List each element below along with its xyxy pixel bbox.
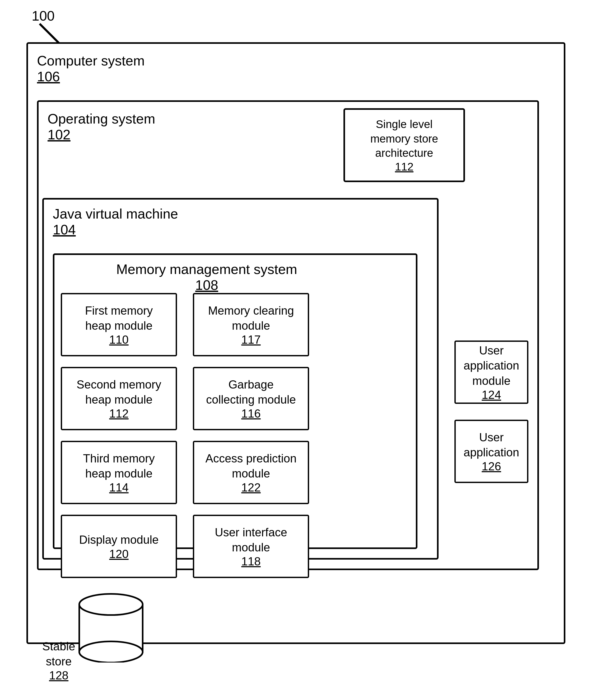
mod-112-line2: heap module	[85, 392, 152, 407]
stable-store-line2: store	[42, 654, 75, 669]
slms-line2: memory store	[371, 132, 438, 146]
user-app-126-box: User application 126	[454, 420, 528, 483]
mod-118-line1: User interface	[215, 525, 287, 540]
slms-line1: Single level	[371, 117, 438, 132]
mms-label: Memory management system 108	[116, 261, 297, 293]
jvm-ref: 104	[53, 222, 178, 238]
module-116-box: Garbage collecting module 116	[193, 367, 309, 430]
jvm-label: Java virtual machine 104	[53, 206, 178, 238]
mod-116-line2: collecting module	[206, 392, 296, 407]
stable-store-line1: Stable	[42, 639, 75, 654]
mod-116-line1: Garbage	[228, 377, 273, 392]
mod-117-ref: 117	[241, 333, 261, 346]
mod-112-line1: Second memory	[77, 377, 161, 392]
mod-114-line1: Third memory	[83, 451, 154, 466]
module-110-box: First memory heap module 110	[61, 293, 177, 356]
mod-112-ref: 112	[109, 407, 128, 420]
stable-store-label: Stable store 128	[42, 639, 75, 682]
operating-system-label: Operating system 102	[48, 111, 155, 143]
mod-118-line2: module	[232, 540, 270, 555]
computer-system-label: Computer system 106	[37, 53, 144, 84]
mod-122-line1: Access prediction	[205, 451, 297, 466]
os-ref: 102	[48, 127, 155, 143]
jvm-text: Java virtual machine	[53, 206, 178, 222]
mod-110-ref: 110	[109, 333, 128, 346]
computer-system-ref: 106	[37, 69, 144, 84]
mod-120-line1: Display module	[79, 532, 159, 547]
slms-box: Single level memory store architecture 1…	[343, 108, 465, 182]
mod-118-ref: 118	[241, 555, 261, 568]
computer-system-text: Computer system	[37, 53, 144, 69]
mms-ref: 108	[116, 277, 297, 293]
user-app-124-line1: User	[479, 343, 504, 358]
mod-110-line1: First memory	[85, 303, 153, 318]
module-117-box: Memory clearing module 117	[193, 293, 309, 356]
module-120-box: Display module 120	[61, 515, 177, 578]
svg-point-4	[79, 641, 143, 663]
module-118-box: User interface module 118	[193, 515, 309, 578]
slms-ref: 112	[371, 160, 438, 173]
mod-117-line1: Memory clearing	[208, 303, 294, 318]
user-app-124-line2: application	[464, 358, 519, 373]
module-112-box: Second memory heap module 112	[61, 367, 177, 430]
mod-114-ref: 114	[109, 481, 128, 494]
user-app-124-ref: 124	[482, 388, 501, 401]
mod-122-line2: module	[232, 466, 270, 481]
stable-store-icon	[69, 589, 153, 663]
slms-line3: architecture	[371, 146, 438, 160]
diagram-root: 100 Computer system 106 Operating system…	[0, 0, 591, 700]
os-text: Operating system	[48, 111, 155, 127]
stable-store-ref: 128	[42, 669, 75, 682]
user-app-126-line1: User	[479, 430, 504, 445]
mod-116-ref: 116	[241, 407, 261, 420]
user-app-126-line2: application	[464, 445, 519, 460]
mod-122-ref: 122	[241, 481, 261, 494]
module-122-box: Access prediction module 122	[193, 441, 309, 504]
user-app-126-ref: 126	[482, 460, 501, 473]
user-app-124-box: User application module 124	[454, 340, 528, 404]
mod-110-line2: heap module	[85, 318, 152, 333]
svg-point-3	[79, 594, 143, 615]
mod-114-line2: heap module	[85, 466, 152, 481]
module-114-box: Third memory heap module 114	[61, 441, 177, 504]
mms-text: Memory management system	[116, 261, 297, 277]
mod-117-line2: module	[232, 318, 270, 333]
user-app-124-line3: module	[472, 373, 510, 388]
mod-120-ref: 120	[109, 547, 128, 561]
slms-label: Single level memory store architecture 1…	[371, 117, 438, 173]
